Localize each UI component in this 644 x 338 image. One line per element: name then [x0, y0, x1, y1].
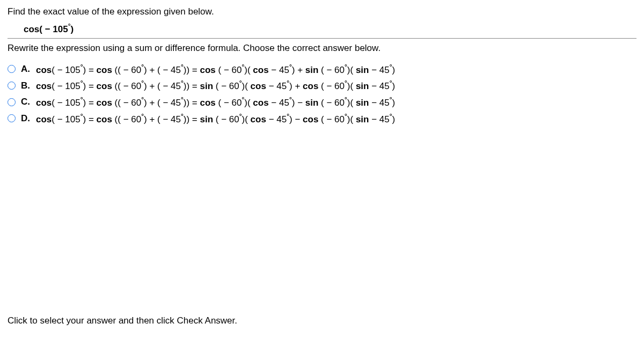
choice-expression: cos( − 105°) = cos (( − 60°) + ( − 45°))… — [36, 96, 395, 108]
divider — [8, 38, 636, 39]
choice-c[interactable]: C. cos( − 105°) = cos (( − 60°) + ( − 45… — [8, 96, 636, 108]
choice-label: C. — [21, 97, 32, 107]
question-intro: Find the exact value of the expression g… — [8, 6, 636, 17]
choice-expression: cos( − 105°) = cos (( − 60°) + ( − 45°))… — [36, 79, 395, 92]
instruction: Rewrite the expression using a sum or di… — [8, 43, 636, 54]
choice-label: B. — [21, 80, 32, 91]
choice-a[interactable]: A. cos( − 105°) = cos (( − 60°) + ( − 45… — [8, 63, 636, 76]
choice-d[interactable]: D. cos( − 105°) = cos (( − 60°) + ( − 45… — [8, 113, 636, 125]
choices-group: A. cos( − 105°) = cos (( − 60°) + ( − 45… — [8, 63, 636, 125]
choice-expression: cos( − 105°) = cos (( − 60°) + ( − 45°))… — [36, 113, 395, 125]
choice-label: D. — [21, 113, 32, 124]
main-expression: cos( − 105°) — [24, 23, 636, 35]
choice-b[interactable]: B. cos( − 105°) = cos (( − 60°) + ( − 45… — [8, 79, 636, 92]
radio-icon[interactable] — [8, 98, 16, 106]
choice-label: A. — [21, 64, 32, 75]
footer-instruction: Click to select your answer and then cli… — [8, 315, 237, 326]
radio-icon[interactable] — [8, 82, 16, 90]
radio-icon[interactable] — [8, 114, 16, 122]
choice-expression: cos( − 105°) = cos (( − 60°) + ( − 45°))… — [36, 63, 395, 76]
radio-icon[interactable] — [8, 65, 16, 73]
